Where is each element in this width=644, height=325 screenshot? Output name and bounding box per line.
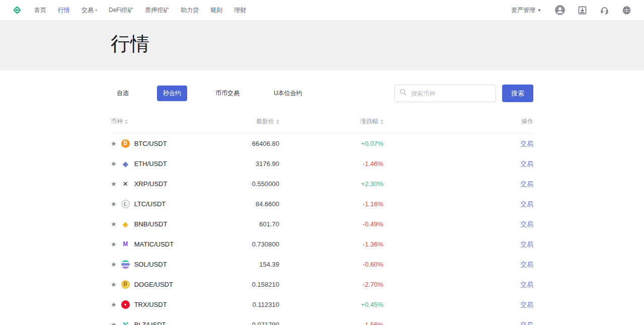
coin-header-label: 币种 <box>111 117 123 126</box>
market-tabs: 自选 秒合约 币币交易 U本位合约 <box>111 86 331 101</box>
btc-icon <box>121 139 130 148</box>
nav-item-1[interactable]: 行情 ▾ <box>58 6 70 15</box>
top-navbar: 首页 ▾ 行情 ▾ 交易 ▾ DeFi挖矿 ▾ 质押挖矿 ▾ 助力贷 ▾ 规则 … <box>0 0 644 20</box>
xrp-icon <box>121 180 130 188</box>
change-percent: +0.07% <box>279 140 383 147</box>
favorite-star-icon[interactable]: ★ <box>111 221 117 227</box>
change-percent: -1.56% <box>279 321 383 325</box>
pair-symbol: MATIC/USDT <box>134 240 174 248</box>
pair-symbol: SOL/USDT <box>134 261 167 268</box>
asset-management-menu[interactable]: 资产管理 ▼ <box>511 6 541 15</box>
table-row: ★ DOGE/USDT 0.158210 -2.70% 交易 <box>111 274 533 294</box>
last-price: 0.071790 <box>231 321 279 325</box>
last-price: 0.112310 <box>231 301 279 308</box>
action-header-label: 操作 <box>521 117 533 126</box>
favorite-star-icon[interactable]: ★ <box>111 241 117 248</box>
change-percent: -0.60% <box>279 261 383 268</box>
asset-management-label: 资产管理 <box>511 6 535 15</box>
tab-3[interactable]: U本位合约 <box>268 86 308 101</box>
main-nav: 首页 ▾ 行情 ▾ 交易 ▾ DeFi挖矿 ▾ 质押挖矿 ▾ 助力贷 ▾ 规则 … <box>34 6 258 15</box>
nav-item-4[interactable]: 质押挖矿 ▾ <box>145 6 169 15</box>
favorite-star-icon[interactable]: ★ <box>111 321 117 325</box>
table-row: ★ TRX/USDT 0.112310 +0.45% 交易 <box>111 294 533 314</box>
favorite-star-icon[interactable]: ★ <box>111 140 117 147</box>
nav-item-0[interactable]: 首页 ▾ <box>34 6 46 15</box>
action-header: 操作 <box>383 117 533 126</box>
chevron-down-icon: ▾ <box>95 8 97 13</box>
table-row: ★ BTC/USDT 66406.80 +0.07% 交易 <box>111 133 533 153</box>
favorite-star-icon[interactable]: ★ <box>111 261 117 268</box>
brand-logo-icon[interactable] <box>12 5 22 15</box>
sort-header-coin[interactable]: 币种 <box>111 117 231 126</box>
last-price: 84.6600 <box>231 200 279 208</box>
sort-icon <box>125 119 128 124</box>
pair-symbol: BLZ/USDT <box>134 321 166 325</box>
last-price: 601.70 <box>231 220 279 228</box>
pair-symbol: BNB/USDT <box>134 220 168 228</box>
favorite-star-icon[interactable]: ★ <box>111 160 117 167</box>
nav-item-6[interactable]: 规则 ▾ <box>210 6 222 15</box>
favorite-star-icon[interactable]: ★ <box>111 301 117 308</box>
trade-link[interactable]: 交易 <box>520 140 533 147</box>
change-header-label: 涨跌幅 <box>360 117 378 126</box>
last-price: 66406.80 <box>231 140 279 147</box>
search-icon <box>399 89 407 96</box>
page-title: 行情 <box>111 31 533 57</box>
last-price: 0.158210 <box>231 281 279 288</box>
trade-link[interactable]: 交易 <box>520 281 533 288</box>
download-icon[interactable] <box>577 5 588 16</box>
table-row: ★ LTC/USDT 84.6600 -1.16% 交易 <box>111 194 533 214</box>
favorite-star-icon[interactable]: ★ <box>111 281 117 288</box>
table-row: ★ SOL/USDT 154.39 -0.60% 交易 <box>111 254 533 274</box>
trx-icon <box>121 300 130 309</box>
trade-link[interactable]: 交易 <box>520 240 533 248</box>
favorite-star-icon[interactable]: ★ <box>111 181 117 187</box>
table-row: ★ BLZ/USDT 0.071790 -1.56% 交易 <box>111 314 533 325</box>
table-row: ★ MATIC/USDT 0.730800 -1.36% 交易 <box>111 234 533 254</box>
bnb-icon <box>121 220 130 228</box>
trade-link[interactable]: 交易 <box>520 160 533 168</box>
change-percent: -1.46% <box>279 160 383 168</box>
pair-symbol: XRP/USDT <box>134 180 168 188</box>
sort-header-change[interactable]: 涨跌幅 <box>279 117 383 126</box>
table-row: ★ XRP/USDT 0.550000 +2.30% 交易 <box>111 174 533 194</box>
nav-item-5[interactable]: 助力贷 ▾ <box>181 6 199 15</box>
language-globe-icon[interactable] <box>621 5 632 16</box>
support-headset-icon[interactable] <box>599 5 610 16</box>
pair-symbol: TRX/USDT <box>134 301 167 308</box>
trade-link[interactable]: 交易 <box>520 220 533 228</box>
tab-0[interactable]: 自选 <box>111 86 135 101</box>
change-percent: -1.36% <box>279 240 383 248</box>
table-row: ★ ETH/USDT 3176.90 -1.46% 交易 <box>111 153 533 174</box>
trade-link[interactable]: 交易 <box>520 180 533 188</box>
tab-2[interactable]: 币币交易 <box>209 86 246 101</box>
trade-link[interactable]: 交易 <box>520 321 533 325</box>
last-price: 0.550000 <box>231 180 279 188</box>
pair-symbol: LTC/USDT <box>134 200 166 208</box>
tab-1[interactable]: 秒合约 <box>157 86 187 101</box>
matic-icon <box>121 240 130 249</box>
search-button[interactable]: 搜索 <box>502 85 533 102</box>
main-content: 自选 秒合约 币币交易 U本位合约 搜索 币种 最新价 涨跌幅 <box>111 85 533 325</box>
change-percent: -1.16% <box>279 200 383 208</box>
last-price: 0.730800 <box>231 240 279 248</box>
trade-link[interactable]: 交易 <box>520 301 533 308</box>
search-area: 搜索 <box>394 85 533 102</box>
nav-item-3[interactable]: DeFi挖矿 ▾ <box>109 6 133 15</box>
favorite-star-icon[interactable]: ★ <box>111 201 117 207</box>
price-header-label: 最新价 <box>256 117 274 126</box>
sort-header-price[interactable]: 最新价 <box>231 117 279 126</box>
hero-banner: 行情 <box>0 20 644 70</box>
trade-link[interactable]: 交易 <box>520 261 533 268</box>
change-percent: +2.30% <box>279 180 383 188</box>
pair-symbol: DOGE/USDT <box>134 281 173 288</box>
search-input[interactable] <box>394 85 496 102</box>
change-percent: -2.70% <box>279 281 383 288</box>
nav-item-2[interactable]: 交易 ▾ <box>82 6 97 15</box>
ltc-icon <box>121 200 130 208</box>
trade-link[interactable]: 交易 <box>520 200 533 208</box>
chevron-down-icon: ▼ <box>537 8 541 13</box>
table-header: 币种 最新价 涨跌幅 操作 <box>111 117 533 133</box>
avatar-icon[interactable] <box>554 5 566 16</box>
nav-item-7[interactable]: 理财 ▾ <box>234 6 246 15</box>
